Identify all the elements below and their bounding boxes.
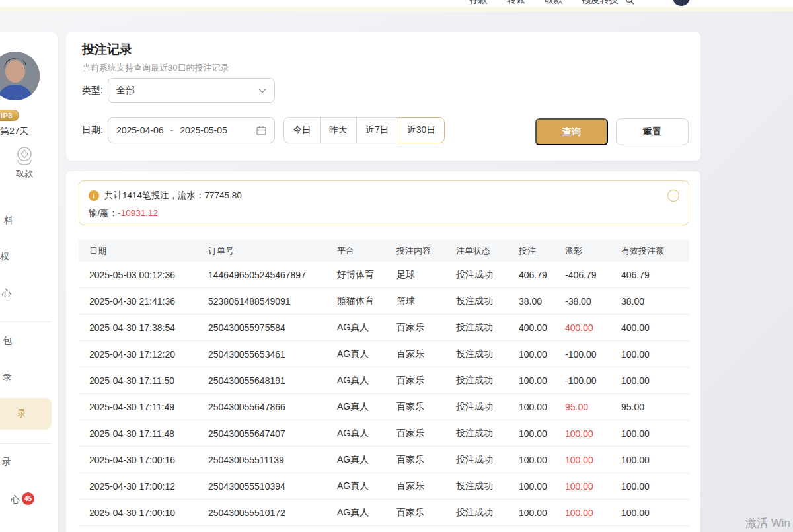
cell-payout: 400.00 bbox=[565, 323, 621, 333]
quick-date-button[interactable]: 近30日 bbox=[398, 117, 445, 143]
cell-platform: AG真人 bbox=[337, 348, 397, 360]
cell-date: 2025-04-30 17:11:48 bbox=[89, 428, 208, 439]
cell-content: 足球 bbox=[397, 269, 456, 281]
sidebar-withdraw[interactable]: 取款 bbox=[10, 145, 39, 180]
cell-order: 250430055647407 bbox=[208, 428, 337, 439]
cell-valid: 100.00 bbox=[621, 428, 689, 439]
column-header: 有效投注额 bbox=[621, 245, 689, 257]
calendar-icon bbox=[256, 126, 266, 135]
cell-status: 投注成功 bbox=[456, 428, 519, 439]
summary-banner: i 共计1414笔投注，流水：77745.80 − 输/赢：-10931.12 bbox=[79, 180, 689, 225]
column-header: 注单状态 bbox=[456, 245, 519, 257]
cell-valid: 100.00 bbox=[621, 455, 689, 465]
sidebar-item[interactable]: 心 bbox=[2, 287, 11, 299]
query-button[interactable]: 查询 bbox=[535, 118, 608, 145]
cell-payout: -406.79 bbox=[565, 270, 621, 280]
cell-bet: 100.00 bbox=[519, 428, 565, 439]
cell-bet: 406.79 bbox=[519, 270, 565, 280]
reset-button[interactable]: 重置 bbox=[616, 118, 689, 145]
sidebar-item[interactable]: 录 bbox=[17, 408, 26, 420]
nav-item-deposit[interactable]: 存款 bbox=[469, 0, 488, 6]
cell-payout: 100.00 bbox=[565, 455, 621, 465]
table-row: 2025-04-30 21:41:365238061488549091熊猫体育篮… bbox=[79, 288, 689, 315]
cell-payout: 100.00 bbox=[565, 508, 621, 518]
column-header: 投注 bbox=[519, 245, 565, 257]
cell-payout: -100.00 bbox=[565, 375, 621, 386]
date-range-input[interactable]: 2025-04-06 - 2025-05-05 bbox=[108, 117, 275, 143]
date-separator: - bbox=[170, 125, 174, 135]
quick-date-button[interactable]: 近7日 bbox=[356, 117, 398, 143]
info-icon: i bbox=[89, 190, 99, 201]
windows-activation-watermark: 激活 Win bbox=[745, 515, 790, 531]
date-start-value: 2025-04-06 bbox=[116, 125, 164, 135]
table-header-row: 日期订单号平台投注内容注单状态投注派彩有效投注额 bbox=[79, 240, 689, 262]
cell-valid: 400.00 bbox=[621, 323, 689, 333]
cell-content: 篮球 bbox=[397, 295, 456, 307]
page-subtitle: 当前系统支持查询最近30日的投注记录 bbox=[82, 62, 229, 74]
topbar-avatar[interactable] bbox=[673, 0, 690, 6]
vip-badge: VIP3 bbox=[0, 110, 19, 121]
cell-date: 2025-05-03 00:12:36 bbox=[89, 270, 208, 280]
cell-payout: 95.00 bbox=[565, 402, 621, 412]
type-filter-row: 类型: 全部 bbox=[82, 78, 275, 103]
cell-bet: 38.00 bbox=[519, 296, 565, 307]
cell-payout: 100.00 bbox=[565, 428, 621, 439]
table-row: 2025-04-30 17:11:50250430055648191AG真人百家… bbox=[79, 367, 689, 394]
cell-status: 投注成功 bbox=[456, 269, 519, 281]
column-header: 派彩 bbox=[565, 245, 621, 257]
sidebar-item[interactable]: 录 bbox=[3, 371, 12, 383]
nav-item-quota[interactable]: 额度转换 bbox=[582, 0, 619, 6]
quick-date-group: 今日昨天近7日近30日 bbox=[283, 117, 445, 143]
vip-day-label: 第27天 bbox=[0, 126, 29, 137]
cell-order: 5238061488549091 bbox=[208, 296, 337, 307]
nav-item-withdraw[interactable]: 取款 bbox=[545, 0, 563, 6]
column-header: 投注内容 bbox=[397, 245, 456, 257]
cell-platform: 熊猫体育 bbox=[337, 295, 397, 307]
column-header: 日期 bbox=[89, 245, 208, 257]
sidebar-item[interactable]: 心 bbox=[11, 494, 20, 506]
cell-valid: 95.00 bbox=[621, 402, 689, 412]
sidebar-item[interactable]: 料 bbox=[4, 215, 13, 227]
cell-bet: 100.00 bbox=[519, 349, 565, 360]
sidebar-divider bbox=[0, 443, 52, 444]
quick-date-button[interactable]: 昨天 bbox=[320, 117, 357, 143]
chevron-down-icon bbox=[258, 88, 266, 93]
cell-order: 250430055510172 bbox=[208, 508, 337, 518]
cell-platform: AG真人 bbox=[337, 375, 397, 387]
winloss-label: 输/赢： bbox=[89, 208, 118, 218]
type-select[interactable]: 全部 bbox=[108, 78, 275, 103]
table-row: 2025-04-30 17:00:10250430055510172AG真人百家… bbox=[79, 500, 689, 526]
cell-content: 百家乐 bbox=[397, 428, 456, 439]
column-header: 订单号 bbox=[208, 245, 337, 257]
cell-content: 百家乐 bbox=[397, 348, 456, 360]
type-label: 类型: bbox=[82, 85, 103, 96]
announcement-strip bbox=[0, 7, 793, 11]
cell-payout: -38.00 bbox=[565, 296, 621, 307]
cell-date: 2025-04-30 17:00:10 bbox=[89, 508, 208, 518]
sidebar-item[interactable]: 包 bbox=[3, 335, 12, 347]
quick-date-button[interactable]: 今日 bbox=[283, 117, 321, 143]
cell-bet: 100.00 bbox=[519, 481, 565, 492]
sidebar-item[interactable]: 权 bbox=[0, 251, 9, 263]
cell-content: 百家乐 bbox=[397, 401, 456, 413]
table-row: 2025-04-30 17:11:49250430055647866AG真人百家… bbox=[79, 394, 689, 420]
cell-status: 投注成功 bbox=[456, 507, 519, 519]
cell-payout: 100.00 bbox=[565, 481, 621, 492]
nav-item-transfer[interactable]: 转账 bbox=[507, 0, 525, 6]
cell-content: 百家乐 bbox=[397, 454, 456, 466]
cell-order: 250430055975584 bbox=[208, 323, 337, 333]
search-icon[interactable] bbox=[625, 0, 634, 5]
cell-platform: 好博体育 bbox=[337, 269, 397, 281]
cell-date: 2025-04-30 21:41:36 bbox=[89, 296, 208, 307]
cell-platform: AG真人 bbox=[337, 401, 397, 413]
sidebar: VIP3 第27天 取款 料权心包录录录心45 bbox=[0, 32, 58, 532]
collapse-icon[interactable]: − bbox=[667, 190, 679, 202]
cell-date: 2025-04-30 17:12:20 bbox=[89, 349, 208, 360]
date-filter-row: 日期: 2025-04-06 - 2025-05-05 今日昨天近7日近30日 bbox=[82, 117, 445, 143]
filter-actions: 查询 重置 bbox=[535, 118, 689, 145]
top-navbar: 存款 转账 取款 额度转换 bbox=[0, 0, 793, 7]
cell-content: 百家乐 bbox=[397, 375, 456, 387]
cell-date: 2025-04-30 17:00:12 bbox=[89, 481, 208, 492]
sidebar-item[interactable]: 录 bbox=[2, 456, 11, 468]
user-avatar[interactable] bbox=[0, 52, 40, 100]
